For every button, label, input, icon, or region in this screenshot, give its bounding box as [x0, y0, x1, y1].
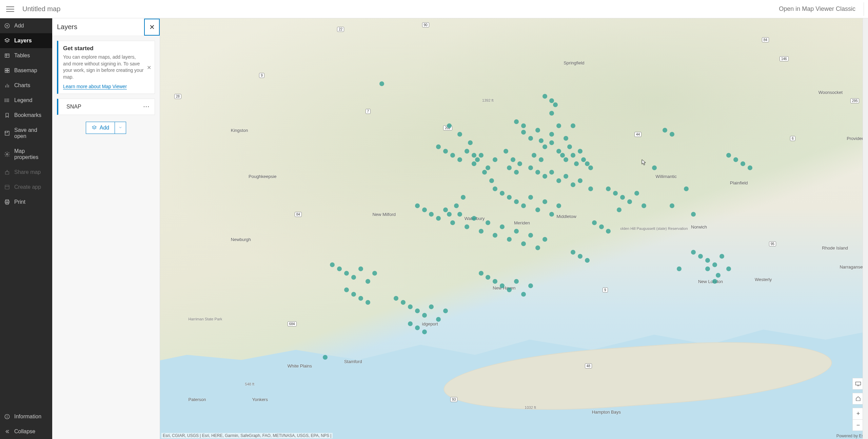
data-point[interactable] — [542, 174, 547, 179]
data-point[interactable] — [521, 130, 526, 135]
add-layer-button[interactable]: Add — [86, 122, 115, 134]
menu-toggle-button[interactable] — [6, 5, 14, 13]
open-classic-link[interactable]: Open in Map Viewer Classic — [779, 5, 855, 13]
data-point[interactable] — [479, 271, 484, 276]
data-point[interactable] — [528, 195, 533, 200]
data-point[interactable] — [358, 296, 363, 301]
powered-by-label[interactable]: Powered by Esri — [836, 434, 866, 438]
data-point[interactable] — [479, 229, 484, 234]
data-point[interactable] — [741, 161, 745, 166]
data-point[interactable] — [733, 157, 738, 162]
data-point[interactable] — [472, 216, 476, 221]
data-point[interactable] — [457, 157, 462, 162]
data-point[interactable] — [366, 279, 370, 284]
data-point[interactable] — [542, 237, 547, 242]
data-point[interactable] — [539, 138, 544, 143]
sidebar-item-charts[interactable]: Charts — [0, 78, 52, 93]
data-point[interactable] — [482, 170, 487, 175]
data-point[interactable] — [581, 157, 586, 162]
sidebar-item-bookmarks[interactable]: Bookmarks — [0, 108, 52, 123]
data-point[interactable] — [358, 266, 363, 271]
data-point[interactable] — [457, 212, 462, 217]
sidebar-item-legend[interactable]: Legend — [0, 93, 52, 108]
data-point[interactable] — [514, 119, 519, 124]
data-point[interactable] — [535, 170, 540, 175]
data-point[interactable] — [564, 157, 568, 162]
data-point[interactable] — [447, 123, 452, 128]
data-point[interactable] — [567, 144, 572, 149]
data-point[interactable] — [578, 254, 583, 259]
map-canvas[interactable]: SpringfieldWoonsocketKingstonProvidenPou… — [160, 18, 868, 439]
data-point[interactable] — [500, 283, 505, 288]
data-point[interactable] — [705, 266, 710, 271]
data-point[interactable] — [330, 262, 335, 267]
home-extent-button[interactable] — [852, 393, 864, 404]
data-point[interactable] — [415, 203, 420, 208]
data-point[interactable] — [698, 254, 703, 259]
data-point[interactable] — [634, 191, 639, 196]
data-point[interactable] — [556, 178, 561, 183]
data-point[interactable] — [691, 250, 696, 255]
data-point[interactable] — [585, 161, 590, 166]
data-point[interactable] — [712, 262, 717, 267]
data-point[interactable] — [504, 149, 508, 154]
data-point[interactable] — [535, 128, 540, 133]
data-point[interactable] — [394, 296, 398, 301]
data-point[interactable] — [323, 355, 328, 360]
data-point[interactable] — [578, 149, 583, 154]
data-point[interactable] — [415, 308, 420, 313]
data-point[interactable] — [535, 207, 540, 212]
zoom-out-button[interactable]: − — [852, 419, 864, 431]
data-point[interactable] — [472, 153, 476, 158]
data-point[interactable] — [472, 161, 476, 166]
data-point[interactable] — [556, 149, 561, 154]
sidebar-item-save-open[interactable]: Save and open — [0, 123, 52, 144]
add-layer-dropdown-button[interactable] — [115, 122, 126, 134]
data-point[interactable] — [592, 220, 597, 225]
sidebar-item-basemap[interactable]: Basemap — [0, 63, 52, 78]
data-point[interactable] — [450, 220, 455, 225]
sidebar-item-collapse[interactable]: Collapse — [0, 424, 52, 439]
data-point[interactable] — [408, 321, 413, 326]
data-point[interactable] — [528, 283, 533, 288]
data-point[interactable] — [560, 153, 565, 158]
data-point[interactable] — [553, 102, 558, 107]
fullscreen-button[interactable] — [852, 378, 864, 390]
data-point[interactable] — [539, 157, 544, 162]
data-point[interactable] — [627, 199, 632, 204]
data-point[interactable] — [500, 191, 505, 196]
data-point[interactable] — [408, 304, 413, 309]
sidebar-item-information[interactable]: Information — [0, 409, 52, 424]
data-point[interactable] — [521, 241, 526, 246]
data-point[interactable] — [475, 157, 480, 162]
data-point[interactable] — [599, 224, 604, 229]
sidebar-item-tables[interactable]: Tables — [0, 48, 52, 63]
layer-item-menu-button[interactable]: ··· — [143, 104, 150, 110]
data-point[interactable] — [372, 271, 377, 276]
data-point[interactable] — [465, 149, 469, 154]
data-point[interactable] — [415, 325, 420, 330]
callout-link[interactable]: Learn more about Map Viewer — [63, 84, 127, 89]
data-point[interactable] — [642, 203, 646, 208]
data-point[interactable] — [719, 254, 724, 259]
data-point[interactable] — [535, 245, 540, 250]
data-point[interactable] — [712, 279, 717, 284]
close-layers-button[interactable]: ✕ — [144, 19, 160, 36]
data-point[interactable] — [465, 224, 469, 229]
data-point[interactable] — [493, 157, 497, 162]
data-point[interactable] — [606, 229, 611, 234]
data-point[interactable] — [571, 182, 575, 187]
data-point[interactable] — [514, 170, 519, 175]
dismiss-callout-button[interactable]: ✕ — [147, 64, 151, 71]
data-point[interactable] — [422, 313, 427, 318]
sidebar-item-map-properties[interactable]: Map properties — [0, 144, 52, 165]
data-point[interactable] — [542, 144, 547, 149]
data-point[interactable] — [366, 300, 370, 305]
data-point[interactable] — [443, 149, 448, 154]
data-point[interactable] — [716, 273, 721, 278]
data-point[interactable] — [479, 153, 484, 158]
layer-item[interactable]: SNAP ··· — [57, 99, 155, 115]
data-point[interactable] — [457, 132, 462, 137]
data-point[interactable] — [528, 165, 533, 170]
data-point[interactable] — [344, 271, 349, 276]
